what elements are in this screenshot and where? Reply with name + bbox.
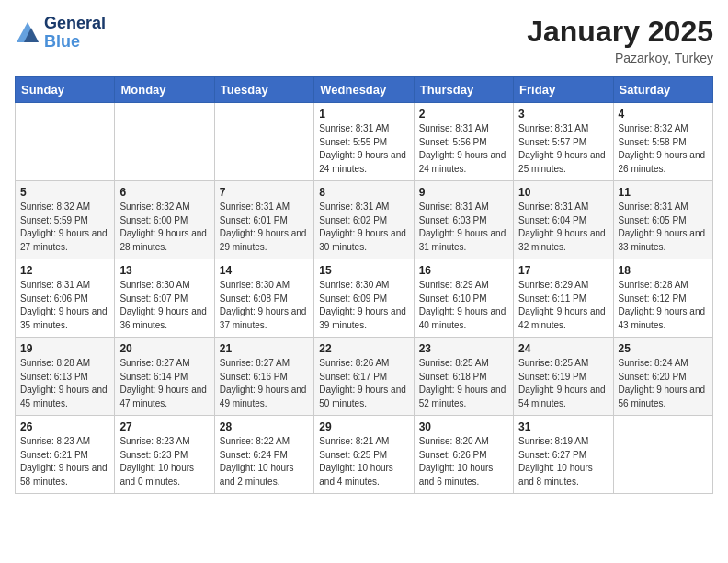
- calendar-cell: 31Sunrise: 8:19 AMSunset: 6:27 PMDayligh…: [514, 416, 613, 494]
- day-number: 3: [518, 108, 608, 121]
- calendar-cell: 26Sunrise: 8:23 AMSunset: 6:21 PMDayligh…: [16, 416, 115, 494]
- day-info: Sunrise: 8:23 AMSunset: 6:23 PMDaylight:…: [119, 435, 209, 488]
- calendar-table: SundayMondayTuesdayWednesdayThursdayFrid…: [15, 76, 713, 494]
- day-number: 9: [419, 186, 508, 199]
- day-number: 1: [319, 108, 408, 121]
- day-info: Sunrise: 8:27 AMSunset: 6:14 PMDaylight:…: [119, 357, 209, 410]
- day-number: 7: [220, 186, 309, 199]
- day-number: 8: [319, 186, 408, 199]
- weekday-header-thursday: Thursday: [414, 77, 513, 103]
- logo-icon: [15, 20, 40, 46]
- calendar-week-3: 12Sunrise: 8:31 AMSunset: 6:06 PMDayligh…: [16, 259, 713, 338]
- calendar-cell: 9Sunrise: 8:31 AMSunset: 6:03 PMDaylight…: [414, 181, 513, 259]
- day-info: Sunrise: 8:31 AMSunset: 6:06 PMDaylight:…: [20, 279, 109, 332]
- day-number: 10: [518, 186, 608, 199]
- day-info: Sunrise: 8:31 AMSunset: 5:57 PMDaylight:…: [518, 122, 608, 176]
- location-subtitle: Pazarkoy, Turkey: [527, 51, 713, 65]
- calendar-cell: 2Sunrise: 8:31 AMSunset: 5:56 PMDaylight…: [414, 103, 513, 181]
- calendar-cell: [16, 103, 115, 181]
- day-number: 19: [20, 342, 109, 355]
- day-info: Sunrise: 8:19 AMSunset: 6:27 PMDaylight:…: [518, 435, 608, 488]
- day-number: 15: [319, 264, 408, 277]
- day-info: Sunrise: 8:20 AMSunset: 6:26 PMDaylight:…: [419, 435, 508, 488]
- calendar-cell: 4Sunrise: 8:32 AMSunset: 5:58 PMDaylight…: [613, 103, 712, 181]
- calendar-cell: 30Sunrise: 8:20 AMSunset: 6:26 PMDayligh…: [414, 416, 513, 494]
- calendar-cell: 19Sunrise: 8:28 AMSunset: 6:13 PMDayligh…: [16, 338, 115, 416]
- calendar-week-4: 19Sunrise: 8:28 AMSunset: 6:13 PMDayligh…: [16, 338, 713, 416]
- weekday-header-saturday: Saturday: [613, 77, 712, 103]
- calendar-cell: 1Sunrise: 8:31 AMSunset: 5:55 PMDaylight…: [314, 103, 414, 181]
- weekday-header-monday: Monday: [115, 77, 214, 103]
- day-info: Sunrise: 8:26 AMSunset: 6:17 PMDaylight:…: [319, 357, 408, 410]
- day-number: 5: [20, 186, 109, 199]
- day-info: Sunrise: 8:31 AMSunset: 6:05 PMDaylight:…: [619, 201, 708, 254]
- calendar-cell: [214, 103, 313, 181]
- calendar-cell: 11Sunrise: 8:31 AMSunset: 6:05 PMDayligh…: [613, 181, 712, 259]
- day-number: 6: [119, 186, 209, 199]
- calendar-cell: 14Sunrise: 8:30 AMSunset: 6:08 PMDayligh…: [214, 259, 313, 338]
- calendar-cell: 20Sunrise: 8:27 AMSunset: 6:14 PMDayligh…: [115, 338, 214, 416]
- day-info: Sunrise: 8:27 AMSunset: 6:16 PMDaylight:…: [220, 357, 309, 410]
- calendar-cell: 18Sunrise: 8:28 AMSunset: 6:12 PMDayligh…: [613, 259, 712, 338]
- calendar-week-1: 1Sunrise: 8:31 AMSunset: 5:55 PMDaylight…: [16, 103, 713, 181]
- calendar-cell: [613, 416, 712, 494]
- day-info: Sunrise: 8:30 AMSunset: 6:09 PMDaylight:…: [319, 279, 408, 332]
- calendar-cell: 29Sunrise: 8:21 AMSunset: 6:25 PMDayligh…: [314, 416, 414, 494]
- day-number: 16: [419, 264, 508, 277]
- day-number: 17: [518, 264, 608, 277]
- day-number: 14: [220, 264, 309, 277]
- day-number: 28: [220, 420, 309, 433]
- day-number: 23: [419, 342, 508, 355]
- day-number: 30: [419, 420, 508, 433]
- weekday-header-tuesday: Tuesday: [214, 77, 313, 103]
- calendar-cell: 24Sunrise: 8:25 AMSunset: 6:19 PMDayligh…: [514, 338, 613, 416]
- calendar-week-5: 26Sunrise: 8:23 AMSunset: 6:21 PMDayligh…: [16, 416, 713, 494]
- calendar-cell: 21Sunrise: 8:27 AMSunset: 6:16 PMDayligh…: [214, 338, 313, 416]
- logo-text: GeneralBlue: [44, 15, 106, 52]
- day-info: Sunrise: 8:32 AMSunset: 5:58 PMDaylight:…: [619, 122, 708, 176]
- day-info: Sunrise: 8:31 AMSunset: 6:01 PMDaylight:…: [220, 201, 309, 254]
- day-info: Sunrise: 8:28 AMSunset: 6:12 PMDaylight:…: [619, 279, 708, 332]
- calendar-cell: 3Sunrise: 8:31 AMSunset: 5:57 PMDaylight…: [514, 103, 613, 181]
- calendar-cell: 17Sunrise: 8:29 AMSunset: 6:11 PMDayligh…: [514, 259, 613, 338]
- day-info: Sunrise: 8:22 AMSunset: 6:24 PMDaylight:…: [220, 435, 309, 488]
- calendar-cell: 22Sunrise: 8:26 AMSunset: 6:17 PMDayligh…: [314, 338, 414, 416]
- day-info: Sunrise: 8:29 AMSunset: 6:11 PMDaylight:…: [518, 279, 608, 332]
- day-number: 25: [619, 342, 708, 355]
- day-number: 11: [619, 186, 708, 199]
- day-number: 18: [619, 264, 708, 277]
- logo: GeneralBlue: [15, 15, 106, 52]
- day-info: Sunrise: 8:25 AMSunset: 6:18 PMDaylight:…: [419, 357, 508, 410]
- title-section: January 2025 Pazarkoy, Turkey: [527, 15, 713, 65]
- day-number: 22: [319, 342, 408, 355]
- calendar-cell: 27Sunrise: 8:23 AMSunset: 6:23 PMDayligh…: [115, 416, 214, 494]
- day-info: Sunrise: 8:21 AMSunset: 6:25 PMDaylight:…: [319, 435, 408, 488]
- day-number: 21: [220, 342, 309, 355]
- day-info: Sunrise: 8:28 AMSunset: 6:13 PMDaylight:…: [20, 357, 109, 410]
- day-number: 26: [20, 420, 109, 433]
- day-number: 24: [518, 342, 608, 355]
- day-number: 12: [20, 264, 109, 277]
- weekday-header-wednesday: Wednesday: [314, 77, 414, 103]
- calendar-cell: 6Sunrise: 8:32 AMSunset: 6:00 PMDaylight…: [115, 181, 214, 259]
- day-number: 27: [119, 420, 209, 433]
- day-number: 4: [619, 108, 708, 121]
- calendar-cell: 16Sunrise: 8:29 AMSunset: 6:10 PMDayligh…: [414, 259, 513, 338]
- calendar-header-row: SundayMondayTuesdayWednesdayThursdayFrid…: [16, 77, 713, 103]
- day-info: Sunrise: 8:25 AMSunset: 6:19 PMDaylight:…: [518, 357, 608, 410]
- calendar-cell: 28Sunrise: 8:22 AMSunset: 6:24 PMDayligh…: [214, 416, 313, 494]
- calendar-cell: 8Sunrise: 8:31 AMSunset: 6:02 PMDaylight…: [314, 181, 414, 259]
- day-info: Sunrise: 8:30 AMSunset: 6:07 PMDaylight:…: [119, 279, 209, 332]
- day-info: Sunrise: 8:29 AMSunset: 6:10 PMDaylight:…: [419, 279, 508, 332]
- month-title: January 2025: [527, 15, 713, 49]
- day-info: Sunrise: 8:23 AMSunset: 6:21 PMDaylight:…: [20, 435, 109, 488]
- day-info: Sunrise: 8:32 AMSunset: 6:00 PMDaylight:…: [119, 201, 209, 254]
- calendar-week-2: 5Sunrise: 8:32 AMSunset: 5:59 PMDaylight…: [16, 181, 713, 259]
- calendar-cell: 7Sunrise: 8:31 AMSunset: 6:01 PMDaylight…: [214, 181, 313, 259]
- weekday-header-friday: Friday: [514, 77, 613, 103]
- day-number: 2: [419, 108, 508, 121]
- day-number: 13: [119, 264, 209, 277]
- calendar-cell: 10Sunrise: 8:31 AMSunset: 6:04 PMDayligh…: [514, 181, 613, 259]
- day-info: Sunrise: 8:31 AMSunset: 5:56 PMDaylight:…: [419, 122, 508, 176]
- day-number: 20: [119, 342, 209, 355]
